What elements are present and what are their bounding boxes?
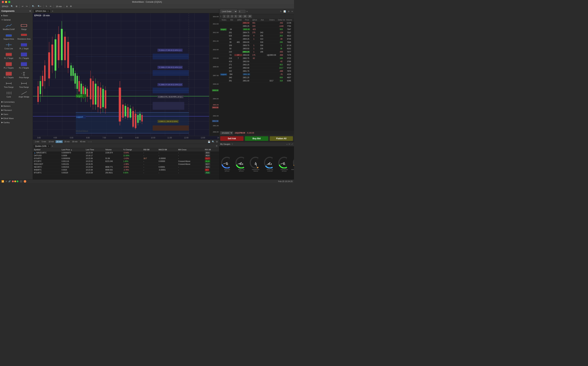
chart-toolbar-search[interactable]: 🔍: [212, 140, 215, 143]
obc-price[interactable]: 2804.25: [242, 38, 250, 40]
obc-bid[interactable]: 419: [226, 61, 234, 62]
obc-price[interactable]: 2801.75: [242, 70, 250, 72]
quotes-table[interactable]: Symbol Last Price ▲ Last Time Volume % C…: [33, 148, 219, 179]
gauges-edit-icon[interactable]: ✏: [289, 143, 290, 145]
timeframe-selector[interactable]: 15 min: [55, 5, 63, 8]
ob-row-13[interactable]: 271 2802.25 653 6527: [219, 63, 294, 66]
sidebar-item-angle-wedge[interactable]: Angle Wedge: [17, 90, 31, 99]
order-close-icon[interactable]: ✕: [291, 10, 293, 13]
obc-bid[interactable]: 322: [226, 70, 234, 72]
elliott-wave-header[interactable]: ▶ Elliott Wave: [1, 117, 31, 120]
quote-row-5[interactable]: NEO/BTC 0.002416 10:23:34 8808.771 -0.66…: [33, 166, 219, 168]
quote-row-2[interactable]: EOS/BTC 0.0009358 10:23:36 53.3K -1.63% …: [33, 157, 219, 160]
col-volume[interactable]: Volume: [104, 148, 122, 151]
section-basic-header[interactable]: ▶ Basic: [0, 14, 33, 17]
obc-price[interactable]: 2801.50: [243, 73, 250, 75]
obc-price[interactable]: 2805.50: [242, 22, 250, 24]
sidebar-item-cycle[interactable]: Cycle: [1, 90, 16, 99]
chart-tab-eph19[interactable]: EPH19 15m ✕: [34, 9, 51, 13]
chart-toolbar-settings[interactable]: ⚙: [216, 140, 218, 143]
sidebar-item-support-area[interactable]: Support Area: [1, 32, 16, 41]
sidebar-item-pl3-targets2[interactable]: PL 3 Targets: [1, 70, 16, 79]
obc-bid[interactable]: 201: [226, 32, 234, 34]
tab-add-button[interactable]: +: [51, 10, 54, 13]
zoom-in-icon[interactable]: 🔍+: [37, 5, 42, 8]
markers-header[interactable]: ▶ Markers: [1, 104, 31, 108]
ob-row-5[interactable]: 65 2804.25 1 313 -90 8744: [219, 38, 294, 41]
col-last-price[interactable]: Last Price ▲: [61, 148, 85, 151]
search-icon[interactable]: 🔍: [10, 5, 14, 8]
sim-account-select[interactable]: simulated: [220, 131, 233, 134]
qty-btn-1[interactable]: 1: [223, 15, 226, 18]
symbol-label[interactable]: EPH19: [1, 5, 9, 8]
obc-price[interactable]: 2801.00: [242, 80, 250, 82]
qty-btn-20[interactable]: 20: [248, 15, 252, 18]
sidebar-item-pl3-targets[interactable]: PL 3 Targets: [17, 61, 31, 70]
chart-tab-close[interactable]: ✕: [47, 10, 49, 12]
settings-icon[interactable]: ⚙: [69, 5, 73, 8]
obc-bid[interactable]: 74: [226, 54, 234, 56]
obc-price[interactable]: 2805.00: [243, 28, 250, 30]
obc-price[interactable]: 2803.50: [242, 48, 250, 50]
obc-price[interactable]: 2803.25: [242, 51, 250, 53]
qty-btn-3[interactable]: 3: [230, 15, 234, 18]
quote-row-7[interactable]: BTG/BTC 0.00329 10:23:28 250.9521 0.92% …: [33, 171, 219, 174]
ob-row-6[interactable]: 39 405 2804.00 318 288 7666: [219, 41, 294, 44]
redo-icon[interactable]: ↪: [25, 5, 28, 8]
ob-row-16[interactable]: support 394 2801.50 -76 4224: [219, 73, 294, 76]
obc-bid[interactable]: 39: [226, 41, 234, 43]
tf-1min[interactable]: 1 min: [34, 140, 40, 143]
tf-10min[interactable]: 10 min: [48, 140, 55, 143]
obc-bid[interactable]: 626: [226, 35, 234, 37]
mac-red-btn[interactable]: [12, 181, 14, 182]
gartley-header[interactable]: ▶ Gartley: [1, 121, 31, 124]
sidebar-item-pl2-targets[interactable]: PL 2 Targets: [17, 51, 31, 60]
obc-bid[interactable]: 64: [227, 28, 235, 30]
sidebar-item-range[interactable]: Range: [17, 22, 31, 31]
mac-green-btn[interactable]: [17, 181, 18, 182]
obc-price[interactable]: 2802.50: [242, 61, 250, 62]
obc-price[interactable]: 2802.25: [242, 64, 250, 66]
ob-row-15[interactable]: 322 2801.75 -688 7870: [219, 70, 294, 73]
col-rsi5m[interactable]: RSI 5M: [142, 148, 158, 151]
ob-row-7[interactable]: 106 2803.75 1 330 1 10.1K: [219, 44, 294, 47]
qty-btn-5[interactable]: 5: [234, 15, 237, 18]
tf-45min[interactable]: 45 min: [79, 140, 86, 143]
cursor-icon[interactable]: ↖: [45, 5, 48, 8]
tf-20min[interactable]: 20 min: [63, 140, 70, 143]
obc-price[interactable]: 2801.25: [242, 76, 250, 79]
ob-row-4[interactable]: 626 2804.50 4 335 203 9523: [219, 34, 294, 38]
undo-icon[interactable]: ↩: [21, 5, 24, 8]
col-pct-change[interactable]: % Change: [122, 148, 142, 151]
obc-price[interactable]: 2805.25: [242, 25, 250, 27]
minimize-button[interactable]: [5, 1, 7, 3]
ob-row-2[interactable]: target1 64 2805.00 423 553 7947: [219, 28, 294, 31]
obc-price[interactable]: 2803.00: [242, 54, 250, 56]
commentary-header[interactable]: ▶ Commentary: [1, 100, 31, 104]
ob-row-3[interactable]: 201 2804.75 275 343 -129 7537: [219, 31, 294, 34]
sidebar-item-resistance-area[interactable]: Resistance Area: [17, 32, 31, 41]
ob-row-9[interactable]: 210 2803.25 1 186 -655 7077: [219, 50, 294, 53]
obc-bid[interactable]: 210: [226, 51, 234, 53]
qty-btn-10[interactable]: 10: [238, 15, 242, 18]
mac-yellow-btn[interactable]: [14, 181, 16, 182]
gauges-add-icon[interactable]: +: [286, 143, 287, 145]
sidebar-item-pl1-target[interactable]: PL 1 Target: [17, 42, 31, 51]
col-last-time[interactable]: Last Time: [85, 148, 104, 151]
col-rsi1m[interactable]: RSI 1M: [204, 148, 219, 151]
obc-bid[interactable]: 106: [226, 45, 234, 46]
zoom-out-icon[interactable]: 🔍-: [31, 5, 36, 8]
order-settings2-icon[interactable]: ⚙: [288, 10, 290, 13]
sidebar-item-price-range[interactable]: T Price Range: [17, 70, 31, 79]
order-refresh-icon[interactable]: ↻: [280, 10, 282, 13]
ob-row-8[interactable]: 50 2803.50 1 235 38 8252: [219, 47, 294, 50]
quote-row-4[interactable]: RDD/USDT 0.001231 10:16:25 -1.99% - - Cr…: [33, 163, 219, 166]
obc-bid[interactable]: 271: [226, 64, 234, 66]
section-general-header[interactable]: ▼ General: [0, 18, 33, 22]
col-symbol[interactable]: Symbol: [33, 148, 61, 151]
tf-more[interactable]: >> 8: [88, 141, 92, 143]
col-macd5m[interactable]: MACD 5M: [158, 148, 177, 151]
obc-price[interactable]: 2802.00: [242, 67, 250, 69]
sidebar-item-time-range[interactable]: Time Range: [1, 80, 16, 89]
sidebar-item-time-range2[interactable]: Time Range: [17, 80, 31, 89]
